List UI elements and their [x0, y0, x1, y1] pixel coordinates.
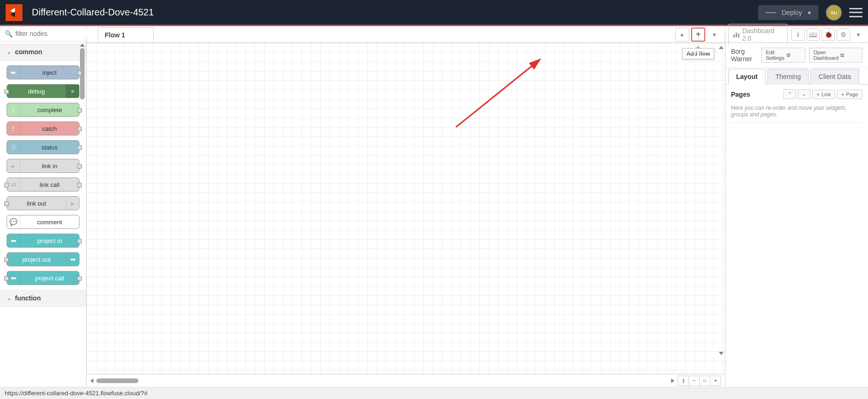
node-link-out[interactable]: link out▸ [7, 196, 80, 210]
category-function[interactable]: function [0, 290, 86, 307]
pages-hint: Here you can re-order and move your widg… [731, 104, 862, 123]
app-logo [6, 4, 22, 21]
project-in-icon: ⬅ [7, 234, 20, 247]
svg-rect-3 [738, 34, 739, 37]
bar-chart-icon [733, 32, 739, 37]
deploy-button[interactable]: Deploy ▾ [758, 5, 818, 20]
caret-down-icon: ▾ [808, 9, 811, 16]
bug-icon[interactable]: 🐞 [822, 28, 835, 41]
svg-rect-1 [733, 35, 735, 37]
link-in-icon: ▸ [7, 159, 20, 172]
collapse-all-button[interactable]: ⌃ [783, 89, 796, 99]
node-status[interactable]: ⎍status [7, 140, 80, 154]
gear-icon: ⚙ [786, 52, 801, 58]
node-project-in[interactable]: ⬅project in [7, 234, 80, 248]
node-comment[interactable]: 💬comment [7, 215, 80, 229]
exclamation-icon: ! [7, 103, 20, 116]
workspace: Flow 1 ▸ + Add flow ▾ ⫿ − ○ [87, 26, 725, 387]
svg-line-0 [456, 59, 540, 127]
expand-all-button[interactable]: ⌄ [798, 89, 810, 99]
dashboard-project-name: Borg Warner [731, 48, 758, 63]
annotation-arrow [87, 43, 582, 323]
book-icon[interactable]: 📖 [807, 28, 820, 41]
flow-tab[interactable]: Flow 1 [98, 27, 154, 43]
add-flow-button[interactable]: + Add flow [691, 28, 705, 42]
instance-title: Different-Collared-Dove-4521 [32, 7, 758, 18]
node-complete[interactable]: !complete [7, 103, 80, 117]
user-avatar[interactable]: su [826, 5, 842, 21]
activity-icon: ⎍ [7, 141, 20, 154]
info-button[interactable]: i [791, 28, 804, 41]
status-url: https://different-collared-dove-4521.flo… [5, 390, 147, 397]
node-link-in[interactable]: ▸link in [7, 159, 80, 173]
edit-settings-button[interactable]: Edit Settings⚙ [761, 48, 805, 63]
scroll-tabs-button[interactable]: ▸ [675, 28, 689, 42]
node-project-call[interactable]: ⬅project call [7, 271, 80, 285]
node-link-call[interactable]: ⇄link call [7, 178, 80, 192]
pages-heading: Pages [731, 91, 781, 98]
sidebar: Dashboard 2.0 i 📖 🐞 ⚙ ▾ Borg Warner Edit… [725, 26, 868, 387]
sidebar-menu-button[interactable]: ▾ [852, 28, 865, 41]
deploy-icon [766, 9, 776, 16]
subtab-theming[interactable]: Theming [767, 69, 809, 85]
category-common[interactable]: common [0, 43, 86, 61]
sidebar-tab-dashboard[interactable]: Dashboard 2.0 [728, 24, 788, 45]
node-inject[interactable]: ➨inject [7, 65, 80, 79]
subtab-client-data[interactable]: Client Data [810, 69, 859, 85]
palette-scrollbar[interactable] [80, 43, 85, 385]
exclamation-icon: ! [7, 122, 20, 135]
gear-icon[interactable]: ⚙ [837, 28, 850, 41]
node-project-out[interactable]: project out➡ [7, 252, 80, 266]
external-link-icon: ⧉ [840, 52, 858, 58]
open-dashboard-button[interactable]: Open Dashboard⧉ [809, 48, 862, 63]
workspace-tabs: Flow 1 ▸ + Add flow ▾ [87, 26, 725, 43]
app-header: Different-Collared-Dove-4521 Deploy ▾ su [0, 0, 868, 26]
tab-menu-button[interactable]: ▾ [707, 28, 721, 42]
zoom-reset-button[interactable]: ○ [699, 376, 710, 386]
zoom-out-button[interactable]: − [688, 376, 700, 386]
node-debug[interactable]: debug≡ [7, 84, 80, 98]
node-catch[interactable]: !catch [7, 121, 80, 135]
project-out-icon: ➡ [66, 253, 79, 266]
zoom-in-button[interactable]: + [710, 376, 721, 386]
link-out-icon: ▸ [66, 197, 79, 210]
deploy-label: Deploy [781, 9, 802, 16]
speech-bubble-icon: 💬 [7, 215, 20, 228]
main-menu-button[interactable] [849, 8, 862, 17]
project-call-icon: ⬅ [7, 271, 20, 285]
workspace-footer: ⫿ − ○ + [87, 374, 725, 387]
list-icon: ≡ [66, 85, 79, 98]
view-navigator-button[interactable]: ⫿ [678, 376, 689, 386]
add-link-button[interactable]: + Link [812, 90, 835, 99]
filter-input[interactable] [15, 30, 97, 37]
add-page-button[interactable]: + Page [837, 90, 862, 99]
palette-filter[interactable]: 🔍 [0, 26, 86, 42]
search-icon: 🔍 [5, 30, 13, 37]
flow-canvas[interactable] [87, 43, 725, 374]
subtab-layout[interactable]: Layout [728, 69, 766, 85]
node-palette: 🔍 common ➨inject debug≡ !complete !catch… [0, 26, 87, 387]
status-bar: https://different-collared-dove-4521.flo… [0, 387, 868, 399]
svg-rect-2 [736, 33, 737, 37]
canvas-scrollbar-horizontal[interactable] [90, 378, 674, 383]
arrow-right-icon: ➨ [7, 66, 20, 79]
link-call-icon: ⇄ [7, 178, 20, 191]
canvas-scrollbar-vertical[interactable] [719, 46, 724, 355]
